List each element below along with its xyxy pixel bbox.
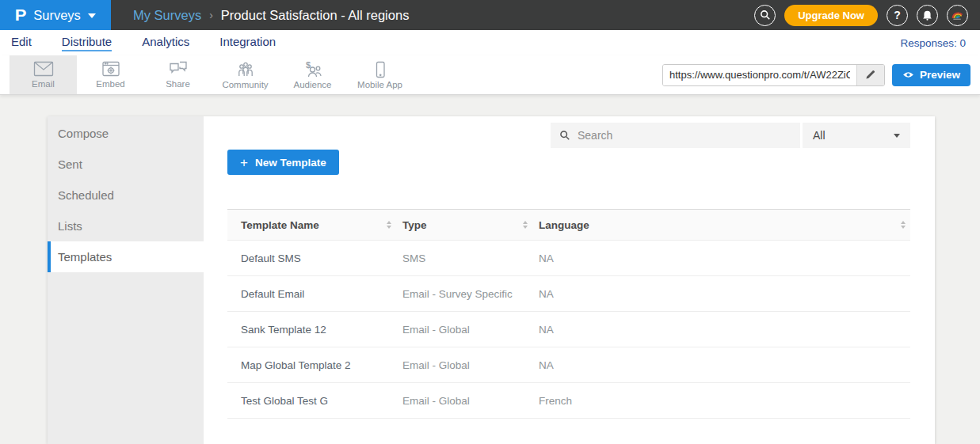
chevron-down-icon	[894, 134, 900, 138]
toolbar-item-label: Email	[32, 79, 55, 89]
table-row[interactable]: Default SMS SMS NA	[227, 241, 910, 276]
pencil-icon	[865, 70, 875, 80]
template-language: NA	[532, 288, 910, 300]
template-search	[551, 123, 800, 148]
notifications-button[interactable]	[917, 5, 938, 26]
search-input[interactable]	[578, 129, 791, 142]
breadcrumb: My Surveys › Product Satisfaction - All …	[111, 0, 754, 30]
eye-icon	[902, 70, 914, 79]
toolbar-item-mobile-app[interactable]: Mobile App	[346, 55, 414, 94]
sort-icon[interactable]	[387, 221, 391, 229]
sort-icon[interactable]	[901, 221, 906, 229]
search-button[interactable]	[754, 5, 776, 26]
new-template-button[interactable]: + New Template	[227, 150, 339, 175]
table-row[interactable]: Test Global Test G Email - Global French	[227, 383, 910, 419]
sidebar-item-label: Compose	[58, 127, 109, 140]
sidebar-item-compose[interactable]: Compose	[48, 118, 204, 149]
toolbar-item-email[interactable]: Email	[10, 55, 77, 94]
mobile-app-icon	[371, 61, 390, 78]
tab-edit[interactable]: Edit	[11, 35, 32, 51]
upgrade-now-button[interactable]: Upgrade Now	[784, 5, 878, 26]
table-row[interactable]: Map Global Template 2 Email - Global NA	[227, 347, 910, 383]
search-icon	[760, 9, 771, 21]
responses-count[interactable]: Responses: 0	[900, 37, 966, 49]
toolbar-item-share[interactable]: Share	[144, 55, 212, 94]
avatar	[951, 9, 964, 22]
bell-icon	[922, 9, 932, 21]
toolbar-item-label: Community	[222, 80, 268, 89]
template-language: NA	[532, 252, 910, 264]
sidebar-item-label: Templates	[58, 250, 112, 264]
product-switcher-label: Surveys	[33, 8, 81, 23]
product-switcher[interactable]: P Surveys	[0, 0, 111, 30]
tab-integration[interactable]: Integration	[219, 35, 276, 51]
plus-icon: +	[240, 156, 248, 169]
toolbar-item-embed[interactable]: Embed	[77, 55, 144, 94]
template-type: Email - Global	[396, 395, 532, 407]
table-row[interactable]: Default Email Email - Survey Specific NA	[227, 276, 910, 312]
template-name-link[interactable]: Default SMS	[227, 252, 396, 264]
table-header-row: Template Name Type Language	[227, 209, 910, 241]
template-language: NA	[532, 324, 910, 336]
sidebar-item-scheduled[interactable]: Scheduled	[48, 180, 204, 211]
toolbar-item-community[interactable]: Community	[212, 55, 279, 94]
type-filter-dropdown[interactable]: All	[803, 123, 910, 148]
sidebar-item-templates[interactable]: Templates	[48, 241, 204, 272]
share-icon	[168, 61, 189, 78]
template-language: French	[532, 395, 910, 407]
sidebar-item-lists[interactable]: Lists	[48, 211, 204, 241]
toolbar-item-label: Audience	[294, 80, 332, 89]
email-icon	[33, 61, 54, 78]
search-icon	[559, 130, 570, 141]
template-type: Email - Global	[396, 324, 532, 336]
survey-url-group	[662, 64, 885, 86]
sidebar-item-sent[interactable]: Sent	[48, 149, 204, 180]
embed-icon	[101, 61, 120, 78]
edit-url-button[interactable]	[856, 65, 884, 85]
breadcrumb-my-surveys[interactable]: My Surveys	[133, 8, 201, 23]
template-name-link[interactable]: Map Global Template 2	[227, 359, 396, 371]
topbar-actions: Upgrade Now ?	[754, 0, 980, 30]
sort-icon[interactable]	[523, 221, 528, 229]
tab-analytics[interactable]: Analytics	[142, 35, 189, 51]
new-template-label: New Template	[255, 157, 326, 169]
column-header-template-name[interactable]: Template Name	[227, 219, 396, 231]
sidebar-item-label: Scheduled	[58, 188, 114, 202]
question-mark-icon: ?	[894, 9, 901, 21]
chevron-down-icon	[88, 13, 96, 18]
template-type: Email - Survey Specific	[396, 288, 532, 300]
account-menu-button[interactable]	[947, 5, 968, 26]
survey-nav-tabs: Edit Distribute Analytics Integration Re…	[0, 30, 980, 55]
preview-button[interactable]: Preview	[892, 64, 970, 86]
templates-main: All + New Template Template Name Type La…	[204, 116, 935, 444]
survey-url-input[interactable]	[663, 65, 856, 85]
community-icon	[235, 61, 256, 78]
sidebar-item-label: Lists	[58, 219, 82, 233]
template-type: SMS	[396, 252, 532, 264]
template-language: NA	[532, 359, 910, 371]
templates-table: Template Name Type Language Default SMS …	[227, 209, 910, 419]
template-name-link[interactable]: Test Global Test G	[227, 395, 396, 407]
toolbar-item-label: Share	[166, 79, 190, 89]
column-header-language[interactable]: Language	[532, 219, 910, 231]
distribute-toolbar: Email Embed Share Community $	[0, 55, 980, 95]
svg-text:$: $	[306, 61, 311, 70]
questionpro-logo: P	[15, 6, 27, 25]
template-name-link[interactable]: Sank Template 12	[227, 324, 396, 336]
column-header-type[interactable]: Type	[396, 219, 532, 231]
toolbar-item-label: Embed	[96, 79, 124, 89]
audience-icon: $	[303, 61, 323, 78]
top-bar: P Surveys My Surveys › Product Satisfact…	[0, 0, 980, 30]
template-name-link[interactable]: Default Email	[227, 288, 396, 300]
toolbar-right: Preview	[662, 55, 980, 94]
toolbar-item-audience[interactable]: $ Audience	[279, 55, 346, 94]
breadcrumb-separator: ›	[209, 9, 213, 21]
sidebar-item-label: Sent	[58, 157, 82, 171]
preview-button-label: Preview	[920, 69, 960, 81]
filters-row: All	[227, 123, 910, 148]
toolbar-item-label: Mobile App	[357, 80, 402, 89]
table-row[interactable]: Sank Template 12 Email - Global NA	[227, 312, 910, 347]
page-title: Product Satisfaction - All regions	[221, 8, 410, 23]
tab-distribute[interactable]: Distribute	[62, 35, 112, 51]
help-button[interactable]: ?	[887, 5, 908, 26]
